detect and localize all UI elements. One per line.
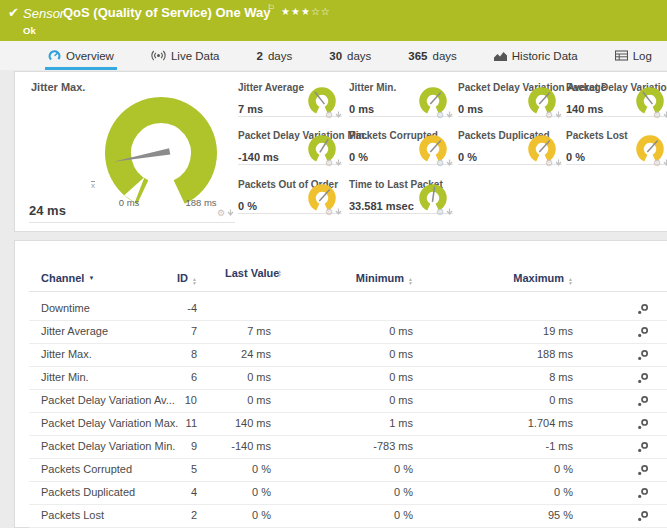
gauge-value: 0 % bbox=[238, 200, 257, 212]
cell-last-value: 7 ms bbox=[199, 320, 271, 343]
cell-minimum: 0 ms bbox=[273, 320, 413, 343]
sensor-kind-label: Sensor bbox=[23, 6, 64, 21]
gauge-tile-packets-out-of-order: Packets Out of Order0 %⚙ bbox=[238, 181, 342, 214]
flag-icon[interactable]: ⚐ bbox=[267, 3, 275, 13]
cell-actions bbox=[629, 366, 657, 389]
channel-settings-icon[interactable] bbox=[637, 510, 649, 522]
cell-actions bbox=[629, 458, 657, 481]
gauge-tile-packets-corrupted: Packets Corrupted0 %⚙ bbox=[349, 132, 453, 165]
gauges-panel: Jitter Max. x 0 ms 188 ms 24 ms ⚙ Jitter… bbox=[14, 71, 667, 232]
channel-settings-icon[interactable] bbox=[637, 372, 649, 384]
priority-stars[interactable]: ★★★☆☆ bbox=[281, 6, 331, 17]
channel-settings-icon[interactable] bbox=[637, 395, 649, 407]
tile-actions: ⚙ bbox=[545, 159, 562, 167]
cell-id: 11 bbox=[137, 412, 197, 435]
gauge-value: -140 ms bbox=[238, 151, 279, 163]
gauge-value: 33.581 msec bbox=[349, 200, 414, 212]
pin-icon[interactable] bbox=[446, 111, 453, 119]
pin-icon[interactable] bbox=[446, 208, 453, 216]
gear-icon[interactable]: ⚙ bbox=[325, 208, 333, 216]
gauge-tile-jitter-min: Jitter Min.0 ms⚙ bbox=[349, 84, 453, 117]
tab-label: Historic Data bbox=[512, 50, 578, 62]
cell-last-value: 0 ms bbox=[199, 366, 271, 389]
cell-last-value: 140 ms bbox=[199, 412, 271, 435]
tile-actions: ⚙ bbox=[436, 159, 453, 167]
gear-icon[interactable]: ⚙ bbox=[436, 159, 444, 167]
area-chart-icon bbox=[494, 51, 507, 61]
gear-icon[interactable]: ⚙ bbox=[217, 209, 225, 217]
cell-actions bbox=[629, 412, 657, 435]
stars-empty[interactable]: ☆☆ bbox=[311, 6, 331, 17]
pin-icon[interactable] bbox=[335, 159, 342, 167]
cell-id: 9 bbox=[137, 435, 197, 458]
ok-check-icon: ✔ bbox=[8, 5, 19, 20]
channel-settings-icon[interactable] bbox=[637, 487, 649, 499]
tile-actions: ⚙ bbox=[325, 111, 342, 119]
pin-icon[interactable] bbox=[663, 159, 667, 167]
cell-channel: Packets Duplicated bbox=[41, 481, 135, 504]
tab-365-days[interactable]: 365 days bbox=[405, 41, 459, 70]
pin-icon[interactable] bbox=[227, 209, 234, 217]
tile-actions: ⚙ bbox=[545, 111, 562, 119]
pin-icon[interactable] bbox=[335, 208, 342, 216]
cell-channel: Jitter Max. bbox=[41, 343, 92, 366]
cell-id: 6 bbox=[137, 366, 197, 389]
channel-settings-icon[interactable] bbox=[637, 464, 649, 476]
cell-maximum: 0 % bbox=[413, 458, 573, 481]
gauge-scale-min: 0 ms bbox=[109, 197, 149, 208]
sensor-status-text: Ok bbox=[23, 25, 36, 36]
gear-icon[interactable]: ⚙ bbox=[653, 159, 661, 167]
tab-number: 2 bbox=[257, 50, 263, 62]
gear-icon[interactable]: ⚙ bbox=[653, 111, 661, 119]
pin-icon[interactable] bbox=[555, 111, 562, 119]
cell-minimum: 0 ms bbox=[273, 343, 413, 366]
gear-icon[interactable]: ⚙ bbox=[325, 111, 333, 119]
gear-icon[interactable]: ⚙ bbox=[545, 111, 553, 119]
tab-label: Log bbox=[633, 50, 652, 62]
channel-table-panel: Channel▼ ID Last Value Minimum Maximum D… bbox=[14, 240, 667, 528]
gear-icon[interactable]: ⚙ bbox=[436, 208, 444, 216]
gear-icon[interactable]: ⚙ bbox=[436, 111, 444, 119]
cell-channel: Jitter Min. bbox=[41, 366, 89, 389]
cell-id: 7 bbox=[137, 320, 197, 343]
column-header-minimum[interactable]: Minimum bbox=[273, 265, 413, 291]
column-header-last-value[interactable]: Last Value bbox=[225, 267, 271, 279]
column-header-id[interactable]: ID bbox=[137, 265, 197, 291]
cell-maximum: -1 ms bbox=[413, 435, 573, 458]
cell-maximum: 0 ms bbox=[413, 389, 573, 412]
tile-actions: ⚙ bbox=[325, 159, 342, 167]
column-header-channel[interactable]: Channel▼ bbox=[41, 265, 94, 291]
cell-channel: Downtime bbox=[41, 297, 90, 320]
gauge-tile-packet-delay-variation-max: Packet Delay Variation Max.140 ms⚙ bbox=[566, 84, 667, 117]
channel-settings-icon[interactable] bbox=[637, 326, 649, 338]
table-row-packets-duplicated: Packets Duplicated40 %0 %0 % bbox=[29, 481, 667, 505]
sort-desc-icon: ▼ bbox=[88, 275, 94, 281]
tab-overview[interactable]: Overview bbox=[45, 41, 117, 70]
stars-filled[interactable]: ★★★ bbox=[281, 6, 311, 17]
tab-bar: Overview Live Data 2 days 30 days 365 da… bbox=[0, 41, 667, 70]
gauge-value: 7 ms bbox=[238, 103, 263, 115]
tab-30-days[interactable]: 30 days bbox=[326, 41, 374, 70]
tab-log[interactable]: Log bbox=[612, 41, 655, 70]
channel-settings-icon[interactable] bbox=[637, 303, 649, 315]
tab-live-data[interactable]: Live Data bbox=[148, 41, 223, 70]
pin-icon[interactable] bbox=[446, 159, 453, 167]
channel-settings-icon[interactable] bbox=[637, 441, 649, 453]
pin-icon[interactable] bbox=[555, 159, 562, 167]
channel-settings-icon[interactable] bbox=[637, 349, 649, 361]
tile-actions: ⚙ bbox=[653, 111, 667, 119]
pin-icon[interactable] bbox=[335, 111, 342, 119]
gear-icon[interactable]: ⚙ bbox=[545, 159, 553, 167]
divider bbox=[29, 222, 235, 223]
channel-settings-icon[interactable] bbox=[637, 418, 649, 430]
table-header-row: Channel▼ ID Last Value Minimum Maximum bbox=[29, 265, 667, 292]
cell-id: -4 bbox=[137, 297, 197, 320]
tile-actions: ⚙ bbox=[436, 208, 453, 216]
pin-icon[interactable] bbox=[663, 111, 667, 119]
tab-2-days[interactable]: 2 days bbox=[254, 41, 296, 70]
tab-historic-data[interactable]: Historic Data bbox=[491, 41, 581, 70]
gauge-value: 140 ms bbox=[566, 103, 603, 115]
gear-icon[interactable]: ⚙ bbox=[325, 159, 333, 167]
column-header-maximum[interactable]: Maximum bbox=[413, 265, 573, 291]
gauge-label: Jitter Average bbox=[238, 82, 304, 93]
